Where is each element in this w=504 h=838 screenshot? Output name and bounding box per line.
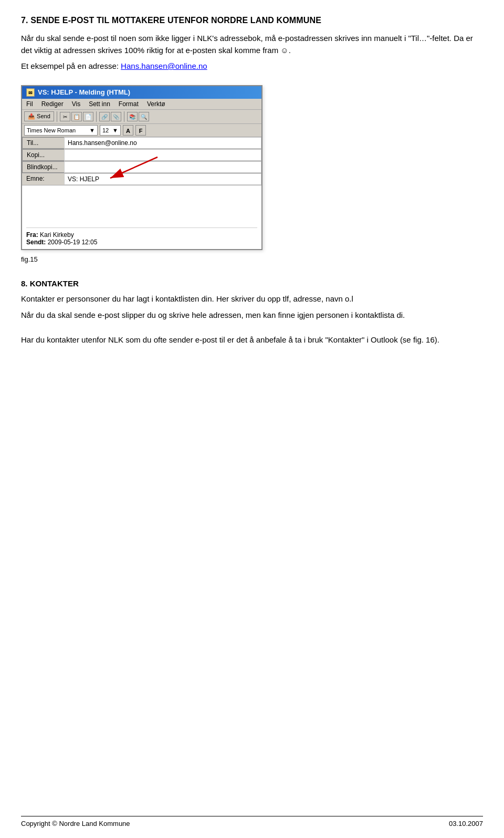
from-label: Fra: bbox=[26, 231, 38, 239]
toolbar-icon-6[interactable]: 📚 bbox=[127, 112, 138, 121]
bold-button[interactable]: A bbox=[123, 125, 133, 136]
size-arrow-icon: ▼ bbox=[112, 127, 118, 133]
menu-format[interactable]: Format bbox=[118, 100, 140, 108]
sent-label: Sendt: bbox=[26, 239, 46, 246]
menu-fil[interactable]: Fil bbox=[25, 100, 34, 108]
dropdown-arrow-icon: ▼ bbox=[89, 127, 95, 133]
section-8-para2: Når du da skal sende e-post slipper du o… bbox=[21, 309, 483, 322]
toolbar-icon-3[interactable]: 📄 bbox=[83, 112, 93, 121]
to-value[interactable]: Hans.hansen@online.no bbox=[64, 137, 261, 149]
footer-copyright: Copyright © Nordre Land Kommune bbox=[21, 820, 130, 827]
bcc-value[interactable] bbox=[64, 161, 261, 173]
bcc-button[interactable]: Blindkopi... bbox=[22, 161, 64, 173]
sent-line: Sendt: 2009-05-19 12:05 bbox=[26, 239, 257, 246]
page-footer: Copyright © Nordre Land Kommune 03.10.20… bbox=[21, 816, 483, 827]
menu-verktoy[interactable]: Verktø bbox=[146, 100, 166, 108]
email-from-info: Fra: Kari Kirkeby Sendt: 2009-05-19 12:0… bbox=[22, 228, 261, 249]
send-button[interactable]: 📤 Send bbox=[24, 111, 54, 121]
section-7-heading: 7. SENDE E-POST TIL MOTTAKERE UTENFOR NO… bbox=[21, 16, 483, 25]
subject-label: Emne: bbox=[22, 173, 64, 185]
email-example-link[interactable]: Hans.hansen@online.no bbox=[121, 61, 207, 70]
section-8-para1: Kontakter er personsoner du har lagt i k… bbox=[21, 293, 483, 305]
section-8-para3: Har du kontakter utenfor NLK som du ofte… bbox=[21, 334, 483, 346]
cc-value[interactable] bbox=[64, 149, 261, 161]
email-window: ✉ VS: HJELP - Melding (HTML) Fil Rediger… bbox=[21, 85, 262, 250]
from-line: Fra: Kari Kirkeby bbox=[26, 231, 257, 239]
toolbar-separator-1 bbox=[57, 111, 57, 122]
email-window-icon: ✉ bbox=[26, 88, 35, 97]
menu-rediger[interactable]: Rediger bbox=[40, 100, 65, 108]
sent-value: 2009-05-19 12:05 bbox=[48, 239, 98, 246]
section-8: 8. KONTAKTER Kontakter er personsoner du… bbox=[21, 279, 483, 346]
font-size-dropdown[interactable]: 12 ▼ bbox=[100, 125, 121, 136]
cc-field-row: Kopi... bbox=[22, 149, 261, 161]
to-field-row: Til... Hans.hansen@online.no bbox=[22, 137, 261, 149]
email-formatting-bar: Times New Roman ▼ 12 ▼ A F bbox=[22, 124, 261, 137]
font-name-dropdown[interactable]: Times New Roman ▼ bbox=[24, 125, 98, 136]
fig-label: fig.15 bbox=[21, 254, 483, 265]
cc-button[interactable]: Kopi... bbox=[22, 149, 64, 161]
send-icon: 📤 bbox=[28, 113, 35, 119]
toolbar-icon-1[interactable]: ✂ bbox=[60, 112, 70, 121]
section-7-para1: Når du skal sende e-post til noen som ik… bbox=[21, 33, 483, 56]
format-f-button[interactable]: F bbox=[135, 125, 146, 136]
email-toolbar: 📤 Send ✂ 📋 📄 🔗 📎 📚 🔍 bbox=[22, 110, 261, 124]
email-titlebar-text: VS: HJELP - Melding (HTML) bbox=[38, 88, 130, 96]
subject-value[interactable]: VS: HJELP bbox=[64, 173, 261, 185]
footer-date: 03.10.2007 bbox=[449, 820, 483, 827]
from-name: Kari Kirkeby bbox=[40, 231, 74, 239]
menu-sett-inn[interactable]: Sett inn bbox=[88, 100, 111, 108]
section-7-para2: Et eksempel på en adresse: Hans.hansen@o… bbox=[21, 60, 483, 73]
toolbar-icon-7[interactable]: 🔍 bbox=[139, 112, 149, 121]
toolbar-separator-2 bbox=[96, 111, 97, 122]
subject-field-row: Emne: VS: HJELP bbox=[22, 173, 261, 185]
bcc-field-row: Blindkopi... bbox=[22, 161, 261, 173]
email-window-wrapper: ✉ VS: HJELP - Melding (HTML) Fil Rediger… bbox=[21, 77, 262, 252]
toolbar-icon-2[interactable]: 📋 bbox=[71, 112, 82, 121]
email-fields: Til... Hans.hansen@online.no Kopi... Bli… bbox=[22, 137, 261, 185]
menu-vis[interactable]: Vis bbox=[71, 100, 81, 108]
email-menubar[interactable]: Fil Rediger Vis Sett inn Format Verktø bbox=[22, 99, 261, 110]
email-body-area[interactable] bbox=[22, 185, 261, 227]
to-button[interactable]: Til... bbox=[22, 137, 64, 149]
section-8-heading: 8. KONTAKTER bbox=[21, 279, 483, 288]
toolbar-separator-3 bbox=[124, 111, 124, 122]
email-titlebar: ✉ VS: HJELP - Melding (HTML) bbox=[22, 86, 261, 99]
toolbar-icon-5[interactable]: 📎 bbox=[111, 112, 121, 121]
section-7: 7. SENDE E-POST TIL MOTTAKERE UTENFOR NO… bbox=[21, 16, 483, 264]
toolbar-icon-4[interactable]: 🔗 bbox=[99, 112, 110, 121]
